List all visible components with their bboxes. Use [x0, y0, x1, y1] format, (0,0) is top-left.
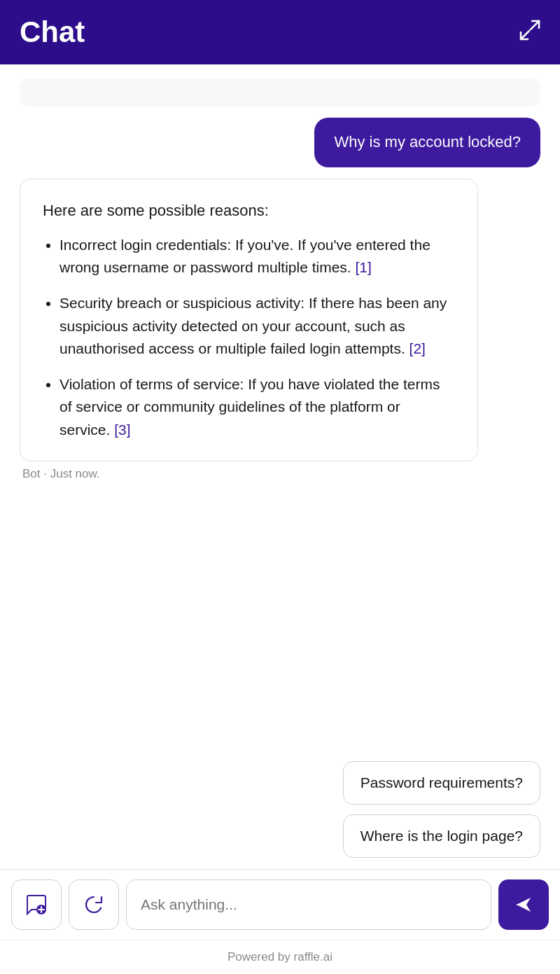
footer-text: Powered by raffle.ai	[227, 950, 332, 963]
chat-input[interactable]	[126, 879, 491, 930]
list-item: Incorrect login credentials: If you've. …	[59, 234, 455, 279]
input-area	[0, 869, 560, 940]
bot-timestamp: Bot · Just now.	[20, 467, 478, 481]
svg-line-3	[531, 21, 539, 29]
refresh-icon	[82, 893, 106, 917]
messages-area: Why is my account locked? Here are some …	[0, 64, 560, 761]
reason-1-text: Incorrect login credentials: If you've. …	[59, 237, 430, 276]
svg-line-0	[521, 31, 529, 39]
chat-title: Chat	[20, 15, 85, 49]
bot-message: Here are some possible reasons: Incorrec…	[20, 179, 478, 461]
citation-2[interactable]: [2]	[410, 340, 426, 356]
bot-intro: Here are some possible reasons:	[43, 199, 455, 223]
suggestion-btn-1[interactable]: Password requirements?	[343, 761, 540, 805]
list-item: Violation of terms of service: If you ha…	[59, 373, 455, 442]
bot-message-wrapper: Here are some possible reasons: Incorrec…	[20, 179, 478, 481]
list-item: Security breach or suspicious activity: …	[59, 292, 455, 361]
chat-header: Chat	[0, 0, 560, 64]
expand-icon[interactable]	[519, 20, 540, 45]
suggestions-area: Password requirements? Where is the logi…	[0, 761, 560, 869]
suggestion-btn-2[interactable]: Where is the login page?	[343, 814, 540, 858]
reason-2-text: Security breach or suspicious activity: …	[59, 295, 447, 356]
chat-container: Chat Why is my account locked? Here are …	[0, 0, 560, 974]
citation-1[interactable]: [1]	[356, 259, 372, 275]
new-chat-icon	[24, 893, 48, 917]
new-chat-button[interactable]	[11, 879, 62, 930]
bot-reasons-list: Incorrect login credentials: If you've. …	[43, 234, 455, 441]
prev-message-hint	[20, 78, 540, 106]
send-icon	[512, 893, 535, 916]
send-button[interactable]	[498, 879, 549, 930]
user-message: Why is my account locked?	[314, 118, 540, 167]
citation-3[interactable]: [3]	[114, 422, 130, 438]
chat-footer: Powered by raffle.ai	[0, 940, 560, 974]
refresh-button[interactable]	[69, 879, 119, 930]
